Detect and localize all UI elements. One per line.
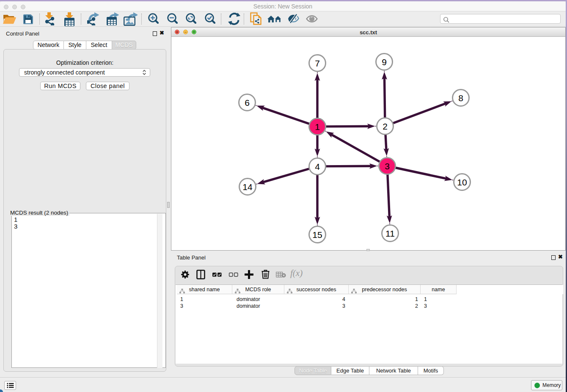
svg-text:4: 4 — [315, 162, 320, 171]
svg-text:8: 8 — [458, 93, 463, 103]
svg-text:1: 1 — [315, 122, 320, 132]
svg-text:10: 10 — [457, 177, 467, 187]
svg-text:3: 3 — [385, 161, 390, 171]
svg-text:15: 15 — [312, 230, 322, 240]
svg-text:9: 9 — [382, 57, 387, 67]
svg-text:7: 7 — [315, 58, 320, 68]
svg-text:14: 14 — [242, 182, 253, 192]
svg-text:6: 6 — [245, 98, 250, 108]
svg-text:11: 11 — [385, 229, 395, 238]
svg-text:2: 2 — [383, 121, 388, 131]
